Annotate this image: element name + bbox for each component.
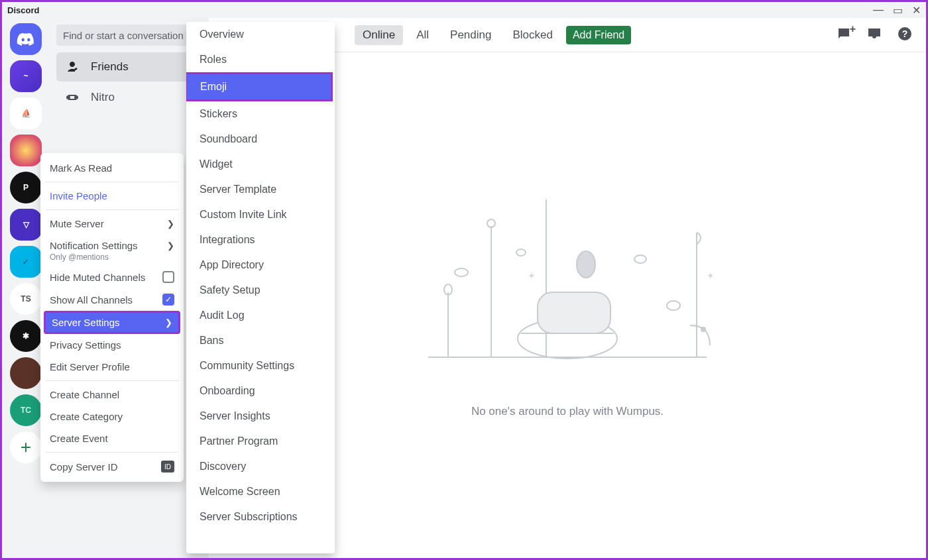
ctx-create-channel[interactable]: Create Channel [46, 384, 178, 406]
ctx-privacy-settings[interactable]: Privacy Settings [46, 334, 178, 356]
friends-tab-list: OnlineAllPendingBlockedAdd Friend [355, 25, 631, 45]
friends-icon [64, 59, 80, 75]
checkbox-checked-icon: ✓ [162, 294, 174, 306]
id-badge-icon: ID [161, 461, 174, 473]
settings-item-audit-log[interactable]: Audit Log [186, 303, 335, 328]
topbar-actions: + ? [836, 26, 913, 44]
server-icon[interactable]: TS [10, 283, 42, 315]
settings-item-stickers[interactable]: Stickers [186, 101, 335, 127]
settings-item-bans[interactable]: Bans [186, 328, 335, 353]
svg-point-18 [667, 301, 680, 310]
ctx-mute-server[interactable]: Mute Server❯ [46, 213, 178, 235]
settings-item-emoji[interactable]: Emoji [186, 72, 333, 101]
help-icon[interactable]: ? [897, 26, 913, 44]
settings-item-server-insights[interactable]: Server Insights [186, 404, 335, 429]
settings-item-soundboard[interactable]: Soundboard [186, 127, 335, 152]
svg-text:✦: ✦ [707, 270, 713, 281]
server-icon[interactable]: ✓ [10, 246, 42, 278]
tab-blocked[interactable]: Blocked [504, 25, 560, 45]
tab-online[interactable]: Online [355, 25, 403, 45]
settings-item-server-subscriptions[interactable]: Server Subscriptions [186, 504, 335, 530]
settings-item-discovery[interactable]: Discovery [186, 454, 335, 479]
app-brand: Discord [7, 5, 39, 15]
add-server-button[interactable]: + [10, 431, 42, 463]
settings-item-app-directory[interactable]: App Directory [186, 252, 335, 278]
chevron-right-icon: ❯ [165, 317, 172, 327]
ctx-show-all-channels[interactable]: Show All Channels✓ [46, 288, 178, 311]
settings-item-roles[interactable]: Roles [186, 47, 335, 72]
settings-item-safety-setup[interactable]: Safety Setup [186, 278, 335, 303]
tab-pending[interactable]: Pending [442, 25, 499, 45]
server-icon[interactable]: ✱ [10, 320, 42, 352]
inbox-icon[interactable] [866, 26, 882, 44]
settings-item-overview[interactable]: Overview [186, 22, 335, 47]
chevron-right-icon: ❯ [167, 219, 174, 229]
nav-item-nitro[interactable]: Nitro [56, 83, 202, 112]
new-dm-icon[interactable]: + [836, 26, 852, 44]
svg-point-17 [634, 255, 646, 263]
server-settings-submenu: OverviewRolesEmojiStickersSoundboardWidg… [186, 22, 335, 553]
ctx-create-category[interactable]: Create Category [46, 406, 178, 427]
server-icon[interactable]: ▽ [10, 209, 42, 241]
server-icon[interactable] [10, 135, 42, 166]
svg-text:?: ? [902, 28, 908, 39]
svg-point-15 [701, 327, 705, 331]
search-placeholder: Find or start a conversation [63, 30, 184, 41]
maximize-button[interactable]: ▭ [893, 4, 903, 17]
empty-state-text: No one's around to play with Wumpus. [471, 405, 664, 418]
server-icon[interactable]: ~ [10, 60, 42, 92]
ctx-create-event[interactable]: Create Event [46, 427, 178, 449]
ctx-copy-server-id[interactable]: Copy Server IDID [46, 455, 178, 478]
server-icon[interactable]: ⛵ [10, 97, 42, 129]
nav-item-friends[interactable]: Friends [56, 52, 202, 82]
settings-item-widget[interactable]: Widget [186, 152, 335, 177]
server-context-menu: Mark As Read Invite People Mute Server❯ … [40, 153, 184, 482]
svg-point-14 [577, 251, 595, 278]
ctx-mark-read[interactable]: Mark As Read [46, 157, 178, 179]
server-icon[interactable]: TC [10, 394, 42, 426]
ctx-hide-muted-channels[interactable]: Hide Muted Channels [46, 266, 178, 288]
settings-item-welcome-screen[interactable]: Welcome Screen [186, 479, 335, 504]
add-friend-button[interactable]: Add Friend [566, 26, 631, 44]
svg-point-16 [455, 268, 468, 276]
close-button[interactable]: ✕ [912, 4, 921, 17]
dm-nav-list: FriendsNitro [50, 46, 209, 119]
server-icon[interactable] [10, 357, 42, 389]
ctx-invite-people[interactable]: Invite People [46, 185, 178, 207]
ctx-server-settings[interactable]: Server Settings❯ [44, 311, 180, 334]
window-controls: — ▭ ✕ [873, 4, 921, 17]
checkbox-unchecked-icon [162, 271, 174, 283]
settings-item-community-settings[interactable]: Community Settings [186, 353, 335, 378]
svg-point-19 [516, 249, 526, 256]
tab-all[interactable]: All [408, 25, 437, 45]
nitro-icon [64, 89, 80, 105]
titlebar: Discord — ▭ ✕ [2, 2, 926, 18]
ctx-edit-server-profile[interactable]: Edit Server Profile [46, 356, 178, 378]
chevron-right-icon: ❯ [167, 241, 174, 251]
ctx-notification-subtext: Only @mentions [46, 252, 178, 266]
search-input[interactable]: Find or start a conversation [56, 25, 202, 46]
settings-item-onboarding[interactable]: Onboarding [186, 378, 335, 404]
server-icon[interactable]: P [10, 172, 42, 203]
settings-item-partner-program[interactable]: Partner Program [186, 429, 335, 454]
settings-item-custom-invite-link[interactable]: Custom Invite Link [186, 202, 335, 227]
wumpus-illustration: ✦ ✦ [422, 193, 713, 365]
settings-item-integrations[interactable]: Integrations [186, 227, 335, 252]
home-server-button[interactable] [10, 23, 42, 55]
svg-rect-13 [538, 292, 610, 333]
settings-item-server-template[interactable]: Server Template [186, 177, 335, 202]
minimize-button[interactable]: — [873, 4, 884, 17]
svg-text:✦: ✦ [528, 270, 536, 281]
